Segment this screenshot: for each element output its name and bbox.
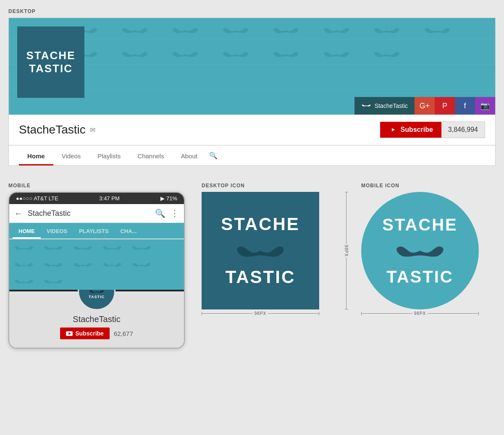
desktop-section: DESKTOP (8, 8, 496, 166)
mustache-tile (97, 256, 127, 273)
mustache-tile (261, 18, 311, 42)
mobile-youtube-icon (66, 331, 73, 336)
mobile-dim-bottom: 98PX (361, 311, 479, 316)
mustache-tile (68, 256, 97, 273)
nav-tabs: Home Videos Playlists Channels About 🔍 (9, 145, 495, 165)
mobile-channel-title: StacheTastic (28, 209, 150, 218)
banner-logo-line2: TASTIC (29, 62, 73, 75)
mustache-tile (311, 42, 362, 66)
mustache-tile (9, 273, 39, 290)
mobile-label: MOBILE (8, 183, 185, 189)
nav-search-icon[interactable]: 🔍 (209, 152, 218, 160)
subscribe-area: Subscribe 3,846,994 (380, 121, 485, 138)
dim-line-h (202, 313, 253, 314)
mobile-icon-diagram: STACHE TASTIC 98PX (361, 192, 496, 316)
mobile-battery: ▶ 71% (160, 195, 177, 202)
desktop-icon-diagram: STACHE TASTIC 98PX (202, 192, 336, 316)
mobile-profile: STACHE TASTIC StacheTastic Subscribe 62,… (9, 291, 184, 348)
mustache-tile (362, 42, 412, 66)
mobile-dim-label: 98PX (412, 311, 428, 316)
social-bar: StacheTastic G+ P f 📷 (354, 97, 495, 115)
google-plus-icon[interactable]: G+ (415, 97, 435, 115)
mustache-tile (127, 239, 156, 256)
mobile-subscriber-count: 62,677 (114, 330, 133, 337)
mustache-tile (97, 239, 127, 256)
back-icon[interactable]: ← (14, 209, 23, 218)
mobile-section: MOBILE ●●○○○ AT&T LTE 3:47 PM ▶ 71% ← St… (8, 183, 185, 349)
channel-name-area: StacheTastic ✉ (19, 123, 95, 136)
mobile-subscribe-button[interactable]: Subscribe (60, 328, 110, 339)
mobile-icon-line1: STACHE (382, 215, 457, 234)
youtube-play-icon (388, 127, 397, 133)
instagram-icon[interactable]: 📷 (475, 97, 495, 115)
dim-tick-right-m (478, 312, 479, 315)
mobile-subscribe-label: Subscribe (75, 330, 104, 337)
bottom-row: MOBILE ●●○○○ AT&T LTE 3:47 PM ▶ 71% ← St… (8, 183, 496, 349)
mobile-status-bar: ●●○○○ AT&T LTE 3:47 PM ▶ 71% (9, 193, 184, 204)
channel-name: StacheTastic (19, 123, 86, 136)
mustache-tile (39, 256, 68, 273)
verified-icon: ✉ (90, 126, 95, 134)
tab-videos[interactable]: Videos (53, 146, 89, 165)
tab-home[interactable]: Home (19, 146, 53, 165)
mustache-icon (361, 102, 371, 109)
mobile-icon-label: MOBILE ICON (361, 183, 496, 189)
mobile-banner-pattern (9, 239, 184, 290)
mobile-icon-circle: STACHE TASTIC (361, 192, 479, 309)
dim-line-v (346, 192, 346, 244)
mustache-tile (9, 256, 39, 273)
desktop-dim-bottom: 98PX (202, 311, 319, 316)
desktop-dim-label: 98PX (253, 311, 268, 316)
desktop-frame: STACHE TASTIC StacheTastic G+ P f 📷 (8, 18, 496, 166)
mustache-tile (210, 18, 261, 42)
channel-info-bar: StacheTastic ✉ Subscribe 3,846,994 (9, 115, 495, 145)
tab-playlists[interactable]: Playlists (89, 146, 129, 165)
mustache-tile (39, 239, 68, 256)
tab-channels[interactable]: Channels (129, 146, 172, 165)
mustache-tile (261, 42, 311, 66)
icons-area: DESKTOP ICON STACHE TASTIC 98PX (202, 183, 496, 316)
desktop-icon-line2: TASTIC (226, 267, 296, 287)
mustache-tile (160, 42, 210, 66)
mustache-tile (210, 42, 261, 66)
mobile-tab-home[interactable]: HOME (13, 223, 41, 238)
dim-line-v2 (346, 257, 346, 309)
subscribe-button[interactable]: Subscribe (380, 122, 441, 138)
dim-line-h2-m (428, 313, 478, 314)
mustache-tile (412, 18, 462, 42)
mobile-carrier: ●●○○○ AT&T LTE (16, 195, 58, 202)
mobile-banner (9, 239, 184, 290)
mobile-tab-videos[interactable]: VIDEOS (41, 223, 73, 238)
mobile-tab-playlists[interactable]: PLAYLISTS (73, 223, 114, 238)
mustache-tile (127, 256, 156, 273)
social-channel-name: StacheTastic (354, 97, 415, 115)
tab-about[interactable]: About (173, 146, 206, 165)
mobile-sub-row: Subscribe 62,677 (60, 328, 133, 339)
avatar-line2: TASTIC (89, 295, 105, 299)
mobile-device: ●●○○○ AT&T LTE 3:47 PM ▶ 71% ← StacheTas… (8, 192, 185, 349)
mobile-icon-line2: TASTIC (386, 267, 453, 286)
social-icons-group: G+ P f 📷 (415, 97, 495, 115)
mobile-tab-channels[interactable]: CHA... (114, 223, 142, 238)
banner-logo-box: STACHE TASTIC (17, 26, 84, 98)
mustache-tile (110, 18, 160, 42)
desktop-dim-right-label: 98PX (344, 244, 349, 257)
pinterest-icon[interactable]: P (435, 97, 455, 115)
mustache-tile (39, 273, 68, 290)
banner-logo-line1: STACHE (26, 49, 76, 62)
facebook-icon[interactable]: f (455, 97, 475, 115)
dim-line-h-m (362, 313, 412, 314)
mobile-more-icon[interactable]: ⋮ (171, 208, 179, 218)
mobile-app-bar: ← StacheTastic 🔍 ⋮ (9, 204, 184, 223)
desktop-icon-box: STACHE TASTIC (202, 192, 319, 309)
mobile-nav: HOME VIDEOS PLAYLISTS CHA... (9, 223, 184, 239)
mustache-tile (362, 18, 412, 42)
mobile-search-icon[interactable]: 🔍 (155, 208, 165, 218)
mustache-tile (160, 18, 210, 42)
mobile-icon-mustache (393, 238, 447, 263)
desktop-icon-mustache (233, 238, 288, 263)
dim-line-h2 (268, 313, 319, 314)
mobile-time: 3:47 PM (99, 195, 119, 202)
mobile-channel-name-text: StacheTastic (73, 314, 120, 324)
desktop-icon-line1: STACHE (221, 215, 300, 234)
